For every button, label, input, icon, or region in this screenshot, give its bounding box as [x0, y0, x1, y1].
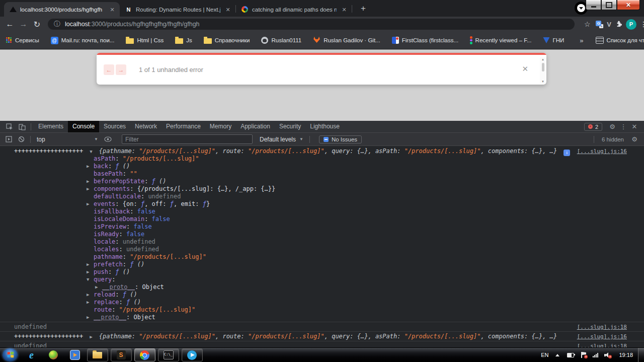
- volume-muted-icon[interactable]: ✕: [604, 352, 611, 358]
- bookmark-folder-reference[interactable]: Справочники: [204, 37, 250, 44]
- clear-console-icon[interactable]: [15, 136, 28, 142]
- console-prop-row[interactable]: ▶reload: ƒ (): [94, 291, 627, 299]
- expand-icon[interactable]: ▶: [95, 283, 101, 291]
- inspect-element-icon[interactable]: [3, 123, 16, 130]
- battery-icon[interactable]: [567, 353, 574, 357]
- collapse-icon[interactable]: ▼: [87, 276, 93, 283]
- console-prop-row[interactable]: ▶prefetch: ƒ (): [94, 261, 627, 268]
- expand-icon[interactable]: ▶: [88, 333, 95, 341]
- window-minimize-button[interactable]: [586, 0, 601, 10]
- tab-nextjs-docs[interactable]: N Routing: Dynamic Routes | Next.j ✕: [120, 2, 235, 17]
- expand-icon[interactable]: ▶: [87, 299, 93, 306]
- object-preview[interactable]: {pathname: "/products/[...slug]", route:…: [99, 148, 557, 155]
- scrollbar-thumb[interactable]: [542, 63, 544, 71]
- console-prop-row[interactable]: ▶__proto__: Object: [102, 283, 627, 291]
- expand-icon[interactable]: ▶: [87, 268, 93, 276]
- bookmark-star-icon[interactable]: ☆: [582, 20, 592, 28]
- taskbar-ie-icon[interactable]: e: [21, 348, 42, 362]
- console-prop-row[interactable]: ▶push: ƒ (): [94, 268, 627, 276]
- taskbar-sublime-button[interactable]: S: [111, 348, 132, 361]
- object-preview[interactable]: {pathname: "/products/[...slug]", route:…: [99, 333, 557, 340]
- action-center-flag-icon[interactable]: ✕: [581, 352, 587, 358]
- devtools-tab-security[interactable]: Security: [275, 121, 305, 132]
- expand-icon[interactable]: ▶: [87, 200, 93, 208]
- devtools-tab-memory[interactable]: Memory: [205, 121, 236, 132]
- bookmark-services[interactable]: Сервисы: [6, 37, 39, 43]
- scroll-down-icon[interactable]: ▼: [541, 80, 544, 84]
- reload-button[interactable]: ↻: [30, 20, 44, 29]
- taskbar-explorer-button[interactable]: [87, 348, 108, 361]
- devtools-tab-application[interactable]: Application: [236, 121, 275, 132]
- tab-close-icon[interactable]: ✕: [340, 6, 348, 14]
- network-signal-icon[interactable]: [593, 353, 598, 357]
- taskbar-chrome-button[interactable]: [134, 348, 155, 361]
- new-tab-button[interactable]: +: [357, 2, 370, 15]
- bookmark-mailru[interactable]: @ Mail.ru: почта, пои...: [51, 37, 115, 44]
- tab-localhost[interactable]: localhost:3000/products/hgfhgfh ✕: [4, 2, 120, 17]
- console-prop-row[interactable]: ▶replace: ƒ (): [94, 299, 627, 306]
- bookmark-gitlab[interactable]: Ruslan Gadilov · Git...: [313, 36, 380, 44]
- extensions-puzzle-icon[interactable]: [615, 20, 622, 29]
- bookmark-folder-htmlcss[interactable]: Html | Css: [126, 37, 164, 44]
- devtools-tab-performance[interactable]: Performance: [162, 121, 205, 132]
- vue-devtools-icon[interactable]: V: [607, 21, 611, 28]
- expand-icon[interactable]: ▶: [87, 178, 93, 185]
- console-prop-row[interactable]: ▶events: {on: ƒ, off: ƒ, emit: ƒ}: [94, 200, 627, 208]
- console-filter-input[interactable]: [122, 134, 253, 144]
- language-indicator[interactable]: EN: [541, 352, 548, 358]
- browser-menu-icon[interactable]: ⋮: [640, 20, 644, 28]
- bookmark-github[interactable]: Ruslan0111: [261, 37, 301, 44]
- console-sidebar-icon[interactable]: [3, 136, 15, 142]
- device-toolbar-icon[interactable]: [16, 123, 28, 130]
- console-prop-row[interactable]: ▶__proto__: Object: [94, 314, 627, 321]
- address-bar[interactable]: ⓘ localhost :3000/products/hgfhgfhgfhg/f…: [48, 19, 575, 30]
- log-levels-dropdown[interactable]: Default levels ▼: [260, 136, 303, 143]
- scroll-up-icon[interactable]: ▲: [541, 58, 544, 61]
- error-count-badge[interactable]: ✕ 2: [584, 123, 602, 131]
- reading-list-button[interactable]: Список для чтения: [596, 37, 644, 44]
- devtools-tab-network[interactable]: Network: [130, 121, 162, 132]
- show-desktop-button[interactable]: [638, 348, 644, 362]
- taskbar-clock[interactable]: 19:18: [619, 352, 633, 358]
- show-hidden-icons-icon[interactable]: [555, 354, 559, 356]
- profile-avatar[interactable]: P: [626, 19, 636, 30]
- error-scrollbar[interactable]: ▲ ▼: [540, 57, 546, 84]
- taskbar-media-player-icon[interactable]: [64, 348, 86, 362]
- taskbar-telegram-button[interactable]: [182, 348, 203, 361]
- devtools-tab-lighthouse[interactable]: Lighthouse: [305, 121, 344, 132]
- translate-icon[interactable]: a G: [596, 21, 603, 28]
- source-link[interactable]: [...slug].js:18: [577, 323, 627, 331]
- taskbar-sphere-app-icon[interactable]: [42, 348, 64, 362]
- previous-error-button[interactable]: ←: [104, 64, 114, 75]
- back-button[interactable]: ←: [3, 20, 17, 29]
- bookmark-firstclass[interactable]: FirstClass (firstclass...: [392, 37, 458, 44]
- issues-badge[interactable]: No Issues: [319, 135, 362, 143]
- devtools-settings-icon[interactable]: ⚙: [607, 123, 618, 130]
- expand-icon[interactable]: ▶: [87, 314, 93, 321]
- tab-close-icon[interactable]: ✕: [224, 6, 232, 14]
- devtools-tab-sources[interactable]: Sources: [99, 121, 130, 132]
- expand-icon[interactable]: ▶: [87, 291, 93, 299]
- tab-close-icon[interactable]: ✕: [108, 6, 116, 14]
- site-info-icon[interactable]: ⓘ: [54, 20, 60, 29]
- console-prop-row[interactable]: ▶back: ƒ (): [94, 163, 627, 170]
- console-prop-row[interactable]: ▶components: {/products/[...slug]: {…}, …: [94, 185, 627, 193]
- forward-button[interactable]: →: [17, 20, 30, 29]
- tab-google-search[interactable]: catching all dinamic paths does n ✕: [236, 2, 352, 17]
- collapse-icon[interactable]: ▼: [88, 148, 95, 156]
- javascript-context-dropdown[interactable]: top ▼: [33, 136, 102, 143]
- console-prop-row[interactable]: ▶beforePopState: ƒ (): [94, 178, 627, 185]
- expand-icon[interactable]: ▶: [87, 261, 93, 268]
- bookmark-gni[interactable]: ГНИ: [543, 37, 564, 43]
- console-prop-row[interactable]: ▼query:: [94, 276, 627, 283]
- source-link[interactable]: [...slug].js:16: [577, 148, 627, 155]
- error-close-icon[interactable]: ✕: [522, 64, 528, 74]
- console-settings-icon[interactable]: ⚙: [629, 135, 640, 143]
- expand-icon[interactable]: ▶: [87, 163, 93, 170]
- devtools-tab-elements[interactable]: Elements: [34, 121, 68, 132]
- expand-icon[interactable]: ▶: [87, 185, 93, 193]
- start-button[interactable]: [3, 348, 18, 361]
- devtools-tab-console[interactable]: Console: [68, 121, 99, 132]
- window-close-button[interactable]: ✕: [617, 0, 640, 10]
- bookmarks-overflow-icon[interactable]: »: [576, 37, 587, 44]
